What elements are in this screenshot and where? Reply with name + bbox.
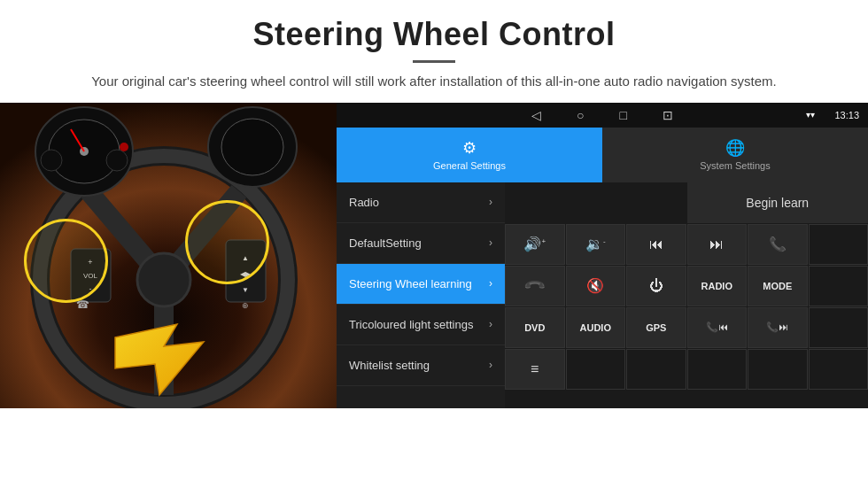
tel-prev-button[interactable]: 📞⏮ (687, 307, 748, 348)
vol-down-button[interactable]: 🔉- (566, 224, 626, 265)
menu-item-steering[interactable]: Steering Wheel learning › (337, 264, 505, 305)
car-image: + VOL - ☎ ▲ ◀▶ ▼ ⊕ (0, 103, 337, 408)
mute-button[interactable]: 🔇 (566, 266, 626, 306)
menu-item-radio[interactable]: Radio › (337, 182, 505, 223)
cast-button[interactable]: ⊡ (663, 108, 673, 122)
recent-button[interactable]: □ (620, 108, 627, 122)
gps-button[interactable]: GPS (626, 307, 686, 348)
svg-point-21 (41, 150, 62, 171)
menu-item-default[interactable]: DefaultSetting › (337, 223, 505, 264)
dvd-label: DVD (524, 322, 545, 333)
prev-button[interactable]: ⏮ (626, 224, 686, 265)
gps-label: GPS (646, 322, 666, 333)
tricoloured-chevron-icon: › (489, 318, 492, 330)
svg-text:▼: ▼ (242, 286, 249, 294)
hangup-icon: 📞 (523, 274, 547, 298)
vol-up-button[interactable]: 🔊+ (505, 224, 565, 265)
power-icon: ⏻ (649, 278, 663, 294)
whitelist-chevron-icon: › (489, 359, 492, 371)
right-controls: Begin learn 🔊+ 🔉- ⏮ ⏭ 📞 (505, 182, 868, 408)
tab-general-label: General Settings (433, 160, 506, 171)
header-section: Steering Wheel Control Your original car… (0, 0, 868, 103)
menu-tricoloured-label: Tricoloured light settings (349, 318, 473, 331)
nav-bar: ◁ ○ □ ⊡ 13:13 ▾▾ (337, 103, 868, 128)
tel-next-button[interactable]: 📞⏭ (748, 307, 808, 348)
hangup-button[interactable]: 📞 (505, 266, 565, 306)
empty-r5-6 (809, 349, 869, 390)
source-button[interactable]: ≡ (505, 349, 565, 390)
radio-chevron-icon: › (489, 196, 492, 208)
general-settings-icon: ⚙ (462, 138, 477, 158)
tab-system[interactable]: 🌐 System Settings (602, 128, 868, 182)
tel-prev-icon: 📞⏮ (706, 321, 728, 333)
page-subtitle: Your original car's steering wheel contr… (53, 72, 815, 92)
system-settings-icon: 🌐 (725, 138, 745, 158)
wifi-icon: ▾▾ (806, 110, 815, 120)
menu-item-tricoloured[interactable]: Tricoloured light settings › (337, 305, 505, 345)
dvd-button[interactable]: DVD (505, 307, 565, 348)
title-divider (413, 60, 455, 63)
empty-r5-4 (687, 349, 748, 390)
back-button[interactable]: ◁ (531, 108, 541, 122)
svg-point-25 (221, 119, 283, 175)
vol-up-icon: 🔊+ (523, 236, 546, 252)
tab-general[interactable]: ⚙ General Settings (337, 128, 602, 182)
vol-down-icon: 🔉- (585, 236, 606, 252)
svg-point-22 (106, 150, 128, 171)
page-title: Steering Wheel Control (53, 16, 815, 53)
empty-cell (505, 182, 686, 223)
steering-chevron-icon: › (489, 277, 492, 290)
menu-steering-label: Steering Wheel learning (349, 277, 472, 290)
tab-system-label: System Settings (700, 160, 770, 171)
audio-label: AUDIO (580, 322, 611, 333)
mode-label: MODE (763, 281, 792, 291)
status-time: 13:13 (834, 110, 859, 120)
default-chevron-icon: › (489, 236, 492, 249)
source-icon: ≡ (531, 361, 539, 377)
menu-item-whitelist[interactable]: Whitelist setting › (337, 345, 505, 386)
next-icon: ⏭ (709, 236, 724, 252)
next-button[interactable]: ⏭ (687, 224, 748, 265)
radio-label: RADIO (701, 281, 732, 291)
empty-cell-4 (809, 307, 869, 348)
phone-icon: 📞 (769, 236, 787, 252)
empty-cell-3 (809, 266, 869, 306)
menu-controls-area: Radio › DefaultSetting › Steering Wheel … (337, 182, 868, 408)
svg-point-23 (120, 143, 128, 151)
highlight-circle-right (185, 200, 269, 284)
android-panel: ◁ ○ □ ⊡ 13:13 ▾▾ ⚙ General Settings 🌐 Sy… (337, 103, 868, 408)
tel-next-icon: 📞⏭ (766, 321, 788, 333)
content-area: + VOL - ☎ ▲ ◀▶ ▼ ⊕ (0, 103, 868, 408)
phone-button[interactable]: 📞 (748, 224, 808, 265)
svg-marker-26 (115, 324, 204, 395)
radio-button[interactable]: RADIO (687, 266, 748, 306)
menu-radio-label: Radio (349, 196, 379, 209)
arrow-indicator (106, 320, 221, 399)
left-menu: Radio › DefaultSetting › Steering Wheel … (337, 182, 505, 408)
begin-learn-button[interactable]: Begin learn (687, 182, 869, 223)
svg-point-6 (137, 253, 190, 306)
home-button[interactable]: ○ (577, 108, 584, 122)
empty-r5-2 (566, 349, 626, 390)
mute-icon: 🔇 (586, 277, 604, 294)
empty-cell-2 (809, 224, 869, 265)
power-button[interactable]: ⏻ (626, 266, 686, 306)
audio-button[interactable]: AUDIO (566, 307, 626, 348)
empty-r5-3 (626, 349, 686, 390)
menu-default-label: DefaultSetting (349, 236, 422, 250)
menu-whitelist-label: Whitelist setting (349, 359, 430, 372)
highlight-circle-left (24, 219, 108, 303)
svg-text:⊕: ⊕ (242, 301, 249, 310)
tab-bar: ⚙ General Settings 🌐 System Settings (337, 128, 868, 182)
mode-button[interactable]: MODE (748, 266, 808, 306)
empty-r5-5 (748, 349, 808, 390)
prev-icon: ⏮ (649, 236, 663, 252)
